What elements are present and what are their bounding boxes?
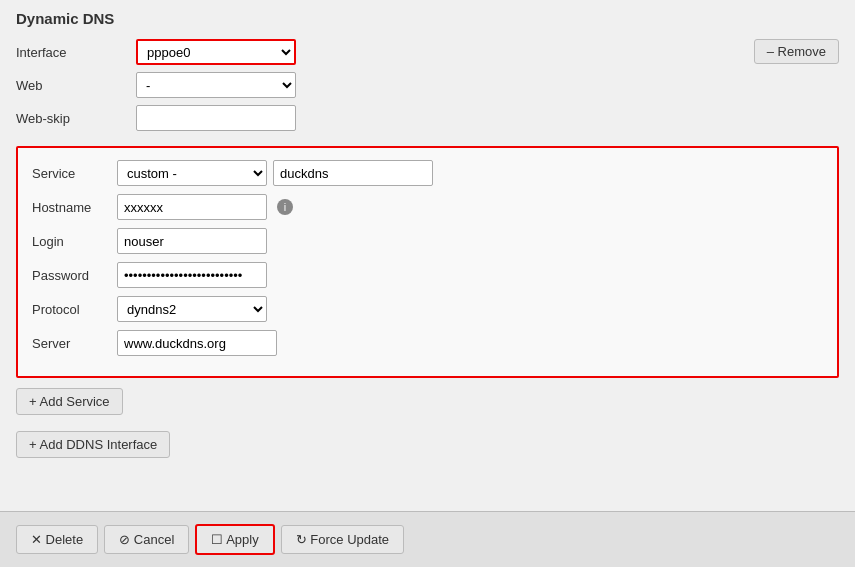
server-input[interactable] (117, 330, 277, 356)
password-control (117, 262, 267, 288)
main-content: Dynamic DNS Interface pppoe0 pppoe1 eth0 (0, 0, 855, 511)
login-label: Login (32, 234, 117, 249)
service-select[interactable]: custom - dyndns no-ip (117, 160, 267, 186)
interface-row: Interface pppoe0 pppoe1 eth0 (16, 39, 754, 65)
server-row: Server (32, 330, 823, 356)
webskip-input[interactable] (136, 105, 296, 131)
interface-control: pppoe0 pppoe1 eth0 (136, 39, 296, 65)
cancel-button[interactable]: ⊘ Cancel (104, 525, 189, 554)
password-input[interactable] (117, 262, 267, 288)
password-row: Password (32, 262, 823, 288)
top-row: Interface pppoe0 pppoe1 eth0 Web - (16, 39, 839, 138)
top-fields: Interface pppoe0 pppoe1 eth0 Web - (16, 39, 754, 138)
service-custom-input[interactable] (273, 160, 433, 186)
webskip-row: Web-skip (16, 105, 754, 131)
delete-button[interactable]: ✕ Delete (16, 525, 98, 554)
interface-label: Interface (16, 45, 136, 60)
server-control (117, 330, 277, 356)
hostname-input[interactable] (117, 194, 267, 220)
add-ddns-button[interactable]: + Add DDNS Interface (16, 431, 170, 458)
page-container: Dynamic DNS Interface pppoe0 pppoe1 eth0 (0, 0, 855, 567)
hostname-row: Hostname i (32, 194, 823, 220)
webskip-label: Web-skip (16, 111, 136, 126)
protocol-select[interactable]: dyndns2 dyndns1 noip (117, 296, 267, 322)
web-select[interactable]: - http https (136, 72, 296, 98)
service-label: Service (32, 166, 117, 181)
add-service-button[interactable]: + Add Service (16, 388, 123, 415)
web-control: - http https (136, 72, 296, 98)
interface-select[interactable]: pppoe0 pppoe1 eth0 (136, 39, 296, 65)
login-control (117, 228, 267, 254)
server-label: Server (32, 336, 117, 351)
login-row: Login (32, 228, 823, 254)
hostname-control: i (117, 194, 293, 220)
service-control: custom - dyndns no-ip (117, 160, 433, 186)
force-update-button[interactable]: ↻ Force Update (281, 525, 404, 554)
protocol-row: Protocol dyndns2 dyndns1 noip (32, 296, 823, 322)
login-input[interactable] (117, 228, 267, 254)
protocol-label: Protocol (32, 302, 117, 317)
apply-button[interactable]: ☐ Apply (195, 524, 274, 555)
web-label: Web (16, 78, 136, 93)
info-icon[interactable]: i (277, 199, 293, 215)
page-title: Dynamic DNS (16, 10, 839, 27)
hostname-label: Hostname (32, 200, 117, 215)
password-label: Password (32, 268, 117, 283)
web-row: Web - http https (16, 72, 754, 98)
footer-bar: ✕ Delete ⊘ Cancel ☐ Apply ↻ Force Update (0, 511, 855, 567)
webskip-control (136, 105, 296, 131)
service-box: Service custom - dyndns no-ip Hostname i (16, 146, 839, 378)
service-row: Service custom - dyndns no-ip (32, 160, 823, 186)
add-ddns-area: + Add DDNS Interface (16, 427, 839, 458)
protocol-control: dyndns2 dyndns1 noip (117, 296, 267, 322)
remove-button[interactable]: – Remove (754, 39, 839, 64)
